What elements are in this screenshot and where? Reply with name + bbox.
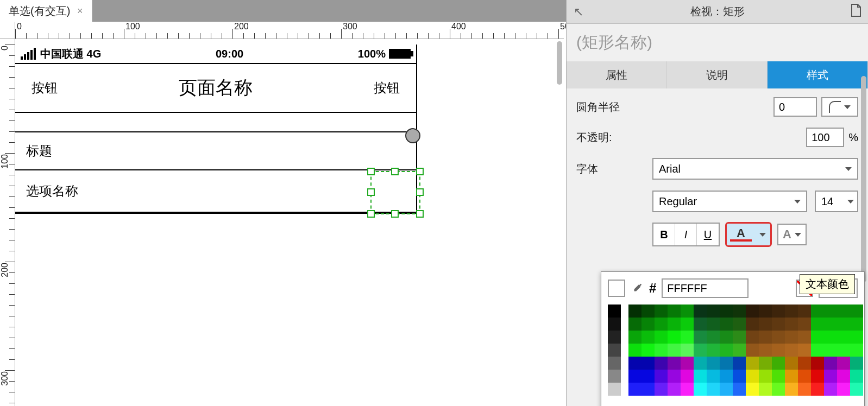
color-swatch[interactable] (628, 304, 641, 318)
color-swatch[interactable] (772, 344, 785, 357)
color-swatch[interactable] (772, 331, 785, 344)
color-swatch[interactable] (668, 357, 681, 370)
color-swatch[interactable] (668, 344, 681, 357)
color-swatch[interactable] (641, 318, 655, 331)
color-swatch[interactable] (798, 304, 811, 318)
color-swatch[interactable] (837, 344, 850, 357)
nav-left-button[interactable]: 按钮 (32, 79, 58, 97)
color-swatch[interactable] (641, 357, 655, 370)
title-row[interactable]: 标题 (15, 132, 416, 170)
color-swatch[interactable] (850, 331, 863, 344)
color-swatch[interactable] (668, 370, 681, 383)
color-swatch[interactable] (608, 357, 621, 370)
color-swatch[interactable] (850, 304, 863, 318)
color-swatch[interactable] (746, 344, 759, 357)
color-swatch[interactable] (798, 318, 811, 331)
color-swatch[interactable] (733, 357, 746, 370)
color-swatch[interactable] (707, 370, 720, 383)
color-swatch[interactable] (681, 370, 694, 383)
color-swatch[interactable] (850, 383, 863, 396)
text-effect-dropdown[interactable]: A (777, 224, 807, 245)
color-swatch[interactable] (746, 331, 759, 344)
color-swatch[interactable] (785, 331, 798, 344)
color-swatch[interactable] (655, 370, 668, 383)
color-swatch[interactable] (772, 318, 785, 331)
font-style-dropdown[interactable]: Regular (652, 191, 807, 212)
color-swatch[interactable] (824, 304, 837, 318)
tab-style[interactable]: 样式 (768, 61, 868, 88)
color-swatch[interactable] (746, 383, 759, 396)
color-swatch[interactable] (655, 344, 668, 357)
color-swatch[interactable] (694, 344, 707, 357)
color-swatch[interactable] (733, 370, 746, 383)
color-swatch[interactable] (746, 304, 759, 318)
color-swatch[interactable] (707, 383, 720, 396)
color-swatch[interactable] (837, 370, 850, 383)
color-swatch[interactable] (668, 304, 681, 318)
color-swatch[interactable] (785, 304, 798, 318)
color-swatch[interactable] (759, 304, 772, 318)
color-swatch[interactable] (772, 370, 785, 383)
tab-notes[interactable]: 说明 (667, 61, 768, 88)
color-swatch[interactable] (733, 344, 746, 357)
color-swatch[interactable] (608, 318, 621, 331)
color-swatch[interactable] (850, 318, 863, 331)
ruler-horizontal[interactable]: 0100200300400500 (15, 22, 564, 39)
color-swatch[interactable] (811, 357, 824, 370)
color-swatch[interactable] (608, 344, 621, 357)
color-swatch[interactable] (733, 383, 746, 396)
color-swatch[interactable] (694, 331, 707, 344)
color-swatch[interactable] (785, 318, 798, 331)
color-swatch[interactable] (798, 370, 811, 383)
color-swatch[interactable] (811, 331, 824, 344)
underline-button[interactable]: U (697, 224, 719, 245)
color-swatch[interactable] (608, 304, 621, 318)
color-swatch[interactable] (608, 370, 621, 383)
color-swatch[interactable] (608, 331, 621, 344)
color-swatch[interactable] (837, 357, 850, 370)
color-swatch[interactable] (785, 383, 798, 396)
color-swatch[interactable] (772, 383, 785, 396)
color-swatch[interactable] (628, 370, 641, 383)
color-swatch[interactable] (681, 304, 694, 318)
bold-button[interactable]: B (653, 224, 675, 245)
color-swatch[interactable] (707, 357, 720, 370)
color-swatch[interactable] (720, 370, 733, 383)
radio-circle-icon[interactable] (405, 128, 420, 143)
color-swatch[interactable] (785, 370, 798, 383)
color-swatch[interactable] (798, 383, 811, 396)
color-swatch[interactable] (655, 304, 668, 318)
color-swatch[interactable] (628, 331, 641, 344)
color-swatch[interactable] (759, 383, 772, 396)
option-row[interactable]: 选项名称 (15, 170, 416, 213)
canvas-scrollbar[interactable] (557, 41, 562, 85)
color-swatch[interactable] (798, 357, 811, 370)
resize-handle[interactable] (416, 168, 424, 175)
color-swatch[interactable] (628, 357, 641, 370)
color-swatch[interactable] (641, 370, 655, 383)
color-swatch[interactable] (811, 383, 824, 396)
color-swatch[interactable] (772, 304, 785, 318)
color-swatch[interactable] (759, 331, 772, 344)
color-swatch[interactable] (720, 383, 733, 396)
color-swatch[interactable] (785, 344, 798, 357)
text-color-button[interactable]: A (725, 222, 772, 247)
color-swatch[interactable] (681, 331, 694, 344)
color-swatch[interactable] (681, 383, 694, 396)
color-swatch[interactable] (641, 344, 655, 357)
color-swatch[interactable] (837, 383, 850, 396)
color-swatch[interactable] (608, 383, 621, 396)
color-swatch[interactable] (811, 344, 824, 357)
current-color-swatch[interactable] (608, 280, 625, 297)
color-swatch[interactable] (759, 344, 772, 357)
color-swatch[interactable] (759, 318, 772, 331)
color-swatch[interactable] (785, 357, 798, 370)
color-swatch[interactable] (824, 370, 837, 383)
page-icon[interactable] (844, 4, 868, 20)
hex-input[interactable] (662, 278, 749, 298)
tab-properties[interactable]: 属性 (567, 61, 667, 88)
color-swatch[interactable] (720, 344, 733, 357)
resize-handle[interactable] (416, 210, 424, 218)
color-swatch[interactable] (655, 357, 668, 370)
color-swatch[interactable] (668, 383, 681, 396)
